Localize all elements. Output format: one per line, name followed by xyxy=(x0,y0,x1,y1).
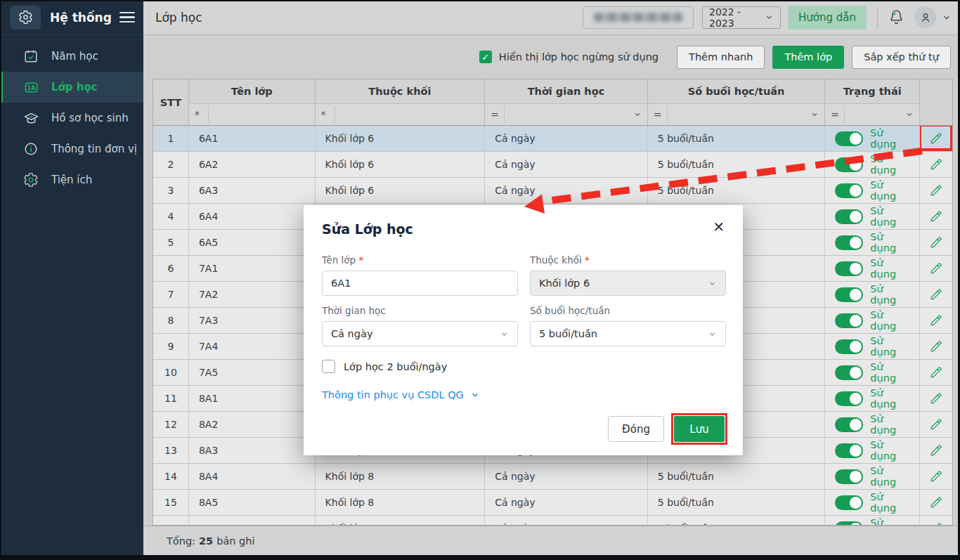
table-row[interactable]: 148A4Khối lớp 8Cả ngày5 buổi/tuầnSử dụng xyxy=(153,464,952,490)
status-toggle[interactable] xyxy=(835,131,863,146)
app-logo-gear-icon xyxy=(10,6,41,30)
edit-pencil-icon[interactable] xyxy=(929,391,943,405)
table-row[interactable]: 36A3Khối lớp 6Cả ngày5 buổi/tuầnSử dụng xyxy=(153,178,952,204)
sidebar-item-3[interactable]: Thông tin đơn vị xyxy=(0,134,143,164)
cell-status: Sử dụng xyxy=(825,516,920,526)
cell-stt: 6 xyxy=(153,256,189,281)
school-name-blurred[interactable] xyxy=(583,6,694,29)
chevron-down-icon xyxy=(765,13,774,22)
cell-edit xyxy=(920,386,952,411)
cell-status: Sử dụng xyxy=(825,412,920,437)
cell-grade: Khối lớp 8 xyxy=(316,464,486,489)
cell-edit xyxy=(920,152,952,177)
class-name-input[interactable] xyxy=(322,271,518,296)
table-row[interactable]: 158A5Khối lớp 8Cả ngày5 buổi/tuầnSử dụng xyxy=(153,490,952,516)
checkbox-unchecked-icon xyxy=(322,360,335,373)
edit-pencil-icon[interactable] xyxy=(929,365,943,379)
filter-grade[interactable]: * xyxy=(316,104,485,125)
filter-sessions[interactable]: = xyxy=(648,104,825,125)
two-sessions-checkbox[interactable]: Lớp học 2 buổi/ngày xyxy=(322,360,725,373)
show-inactive-checkbox[interactable]: ✓ Hiển thị lớp học ngừng sử dụng xyxy=(479,51,659,63)
school-year-select[interactable]: 2022 - 2023 xyxy=(702,6,781,29)
edit-pencil-icon[interactable] xyxy=(929,313,943,327)
close-icon[interactable]: ✕ xyxy=(713,220,725,234)
edit-pencil-icon[interactable] xyxy=(929,209,943,223)
status-toggle[interactable] xyxy=(835,469,863,484)
column-header-grade: Thuộc khối * xyxy=(316,79,486,125)
cell-status: Sử dụng xyxy=(825,464,920,489)
status-toggle[interactable] xyxy=(835,365,863,380)
hamburger-menu-icon[interactable] xyxy=(119,12,135,23)
sort-order-button[interactable]: Sắp xếp thứ tự xyxy=(852,46,951,69)
status-toggle[interactable] xyxy=(835,495,863,510)
cell-time: Cả ngày xyxy=(485,516,648,526)
status-toggle[interactable] xyxy=(835,183,863,198)
edit-pencil-icon[interactable] xyxy=(929,183,943,197)
user-avatar[interactable] xyxy=(914,6,936,28)
quick-add-button[interactable]: Thêm nhanh xyxy=(677,46,765,69)
cell-stt: 14 xyxy=(153,464,189,489)
edit-pencil-icon[interactable] xyxy=(929,495,943,509)
status-toggle[interactable] xyxy=(835,313,863,328)
field-time: Thời gian học Cả ngày xyxy=(322,305,518,346)
edit-pencil-icon[interactable] xyxy=(929,287,943,301)
status-toggle[interactable] xyxy=(835,209,863,224)
modal-save-button[interactable]: Lưu xyxy=(674,416,725,442)
sidebar-item-label: Năm học xyxy=(51,50,98,63)
edit-pencil-icon[interactable] xyxy=(929,157,943,171)
filter-class-name[interactable]: * xyxy=(189,104,315,125)
csdl-expand-link[interactable]: Thông tin phục vụ CSDL QG xyxy=(322,389,725,401)
account-chevron-down-icon[interactable] xyxy=(942,13,952,22)
cell-stt: 8 xyxy=(153,308,189,333)
time-select[interactable]: Cả ngày xyxy=(322,321,518,346)
sessions-select[interactable]: 5 buổi/tuần xyxy=(530,321,726,346)
cell-edit xyxy=(920,308,952,333)
page-title: Lớp học xyxy=(155,11,583,25)
cell-stt: 9 xyxy=(153,334,189,359)
status-toggle[interactable] xyxy=(835,339,863,354)
table-row[interactable]: 16A1Khối lớp 6Cả ngày5 buổi/tuầnSử dụng xyxy=(153,126,952,152)
status-toggle[interactable] xyxy=(835,443,863,458)
status-toggle[interactable] xyxy=(835,391,863,406)
cell-class-name: 6A1 xyxy=(189,126,316,151)
cell-stt: 12 xyxy=(153,412,189,437)
edit-pencil-icon[interactable] xyxy=(929,261,943,275)
sidebar-item-4[interactable]: Tiện ích xyxy=(0,164,143,195)
chevron-down-icon xyxy=(708,279,717,288)
edit-pencil-icon[interactable] xyxy=(929,235,943,249)
column-header-actions xyxy=(920,79,952,125)
grade-select[interactable]: Khối lớp 6 xyxy=(530,271,726,296)
edit-pencil-icon[interactable] xyxy=(929,339,943,353)
cell-time: Cả ngày xyxy=(485,490,648,515)
table-row[interactable]: 26A2Khối lớp 6Cả ngày5 buổi/tuầnSử dụng xyxy=(153,152,952,178)
status-toggle[interactable] xyxy=(835,417,863,432)
total-count: 25 xyxy=(199,535,213,547)
filter-time[interactable]: = xyxy=(485,104,647,125)
cell-time: Cả ngày xyxy=(485,178,648,203)
edit-pencil-icon[interactable] xyxy=(929,131,943,145)
cell-stt: 1 xyxy=(153,126,189,151)
column-header-time: Thời gian học = xyxy=(485,79,648,125)
status-toggle[interactable] xyxy=(835,261,863,276)
chevron-down-icon xyxy=(633,110,642,119)
filter-status[interactable]: = xyxy=(825,104,919,125)
sessions-value: 5 buổi/tuần xyxy=(539,328,708,339)
sidebar-item-1[interactable]: 1ALớp học xyxy=(0,72,143,103)
total-label: Tổng: xyxy=(167,535,195,547)
edit-pencil-icon[interactable] xyxy=(929,417,943,431)
edit-pencil-icon[interactable] xyxy=(929,443,943,457)
sidebar-item-2[interactable]: Hồ sơ học sinh xyxy=(0,103,143,134)
status-toggle[interactable] xyxy=(835,157,863,172)
notification-bell-icon[interactable] xyxy=(888,8,905,26)
table-row[interactable]: 169A1Khối lớp 9Cả ngày5 buổi/tuầnSử dụng xyxy=(153,516,952,526)
field-class-name: Tên lớp * xyxy=(322,254,518,296)
status-toggle[interactable] xyxy=(835,287,863,302)
status-label: Sử dụng xyxy=(870,413,909,436)
modal-close-button[interactable]: Đóng xyxy=(608,416,664,442)
guide-button[interactable]: Hướng dẫn xyxy=(788,6,867,30)
edit-pencil-icon[interactable] xyxy=(929,469,943,483)
school-year-value: 2022 - 2023 xyxy=(709,6,765,29)
sidebar-item-0[interactable]: Năm học xyxy=(0,41,143,72)
add-class-button[interactable]: Thêm lớp xyxy=(772,46,844,69)
status-toggle[interactable] xyxy=(835,235,863,250)
